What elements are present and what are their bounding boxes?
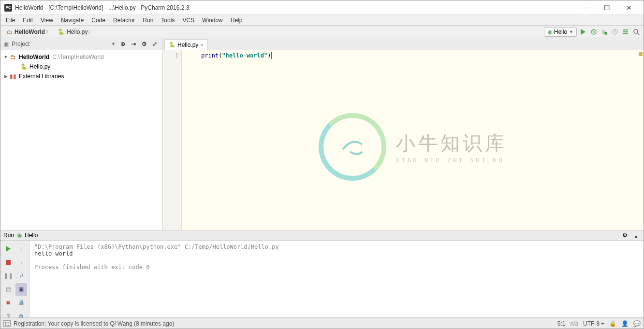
watermark-logo <box>319 113 386 181</box>
profile-button[interactable] <box>611 28 619 36</box>
python-icon: ◉ <box>17 232 22 239</box>
editor-pane: 🐍 Hello.py × 1 print("hello world") 小牛知识… <box>162 38 644 230</box>
run-config-label: Hello <box>554 29 567 35</box>
caret-position[interactable]: 5:1 <box>557 320 566 327</box>
output-text: hello world <box>34 250 73 257</box>
coverage-button[interactable] <box>600 28 609 36</box>
main-area: ▣ Project ▼ ⊕ ⇥ ⚙ ⤢ ▼ 🗀 HelloWorld C:\Te… <box>0 38 644 230</box>
chevron-down-icon[interactable]: ▼ <box>111 42 116 46</box>
hide-icon[interactable]: ⤢ <box>150 40 159 48</box>
tree-file-hello[interactable]: 🐍 Hello.py <box>0 62 162 72</box>
python-file-icon: 🐍 <box>58 29 65 35</box>
svg-point-3 <box>634 29 638 33</box>
search-icon[interactable] <box>632 28 641 36</box>
sidebar-title: Project <box>12 41 108 47</box>
tree-root-label: HelloWorld <box>19 54 49 60</box>
sidebar-header: ▣ Project ▼ ⊕ ⇥ ⚙ ⤢ <box>0 38 162 50</box>
line-gutter: 1 <box>162 50 182 230</box>
close-panel-icon[interactable]: ✖ <box>2 297 15 309</box>
run-panel: ↑ ↓ ❚❚ ⤶ ▤ ▣ ✖ 🖶 ? 🗑 "D:\Program Files (… <box>0 241 644 318</box>
step-list-icon[interactable] <box>621 28 630 36</box>
window-title: HelloWorld - [C:\Temp\HelloWorld] - ...\… <box>15 4 574 11</box>
wrap-icon[interactable]: ⤶ <box>15 270 28 282</box>
run-config-selector[interactable]: ◉ Hello ▼ <box>544 27 577 37</box>
code-area[interactable]: print("hello world") 小牛知识库 XIAO NIU ZHI … <box>182 50 644 230</box>
download-icon[interactable]: ⭳ <box>632 231 641 240</box>
menu-refactor[interactable]: Refactor <box>110 16 138 25</box>
code-editor[interactable]: 1 print("hello world") 小牛知识库 XIAO NIU ZH… <box>162 50 644 230</box>
titlebar: PC HelloWorld - [C:\Temp\HelloWorld] - .… <box>0 0 644 15</box>
menubar: File Edit View Navigate Code Refactor Ru… <box>0 15 644 26</box>
layout-icon[interactable]: ▤ <box>2 283 15 296</box>
code-string: "hello world" <box>222 52 267 59</box>
run-output[interactable]: "D:\Program Files (x86)\Python\python.ex… <box>29 241 644 317</box>
menu-code[interactable]: Code <box>88 16 109 25</box>
status-message: Registration: Your copy is licensed to Q… <box>14 320 174 327</box>
code-function: print <box>201 52 219 59</box>
minimize-button[interactable]: ─ <box>574 1 596 14</box>
folder-icon: 🗀 <box>7 29 13 35</box>
crumb-project[interactable]: 🗀 HelloWorld <box>3 27 53 37</box>
run-panel-name: Hello <box>25 232 38 239</box>
gear-icon[interactable]: ⚙ <box>140 40 148 48</box>
folder-icon: 🗀 <box>9 54 17 60</box>
expand-toggle-icon[interactable]: ▼ <box>2 55 9 59</box>
pause-icon[interactable]: ❚❚ <box>2 270 15 282</box>
up-icon[interactable]: ↑ <box>15 243 28 255</box>
collapse-icon[interactable]: ⇥ <box>129 40 138 48</box>
menu-edit[interactable]: Edit <box>19 16 36 25</box>
status-icon[interactable]: ▢ <box>3 320 11 327</box>
chevron-down-icon: ▼ <box>569 29 573 34</box>
menu-run[interactable]: Run <box>139 16 157 25</box>
encoding-selector[interactable]: UTF-8 ÷ <box>583 320 604 327</box>
project-view-icon: ▣ <box>3 41 9 47</box>
python-file-icon: 🐍 <box>169 42 176 48</box>
tab-hello[interactable]: 🐍 Hello.py × <box>164 39 208 50</box>
statusbar: ▢ Registration: Your copy is licensed to… <box>0 318 644 329</box>
locate-icon[interactable]: ⊕ <box>118 40 127 48</box>
editor-tabbar: 🐍 Hello.py × <box>162 38 644 50</box>
menu-tools[interactable]: Tools <box>158 16 178 25</box>
run-button[interactable] <box>579 28 587 36</box>
python-file-icon: 🐍 <box>20 63 28 70</box>
gear-icon[interactable]: ⚙ <box>620 231 629 240</box>
menu-navigate[interactable]: Navigate <box>58 16 87 25</box>
tree-root[interactable]: ▼ 🗀 HelloWorld C:\Temp\HelloWorld <box>0 52 162 62</box>
lock-icon[interactable]: 🔒 <box>609 320 616 327</box>
debug-button[interactable] <box>589 28 598 36</box>
tree-file-label: Hello.py <box>29 63 50 70</box>
expand-toggle-icon[interactable]: ▶ <box>2 74 9 79</box>
crumb-file-label: Hello.py <box>67 29 88 35</box>
watermark: 小牛知识库 XIAO NIU ZHI SHI KU <box>319 113 507 181</box>
crumb-file[interactable]: 🐍 Hello.py <box>54 27 96 37</box>
maximize-button[interactable]: ☐ <box>596 1 618 14</box>
watermark-en: XIAO NIU ZHI SHI KU <box>396 157 507 164</box>
run-toolbar: ↑ ↓ ❚❚ ⤶ ▤ ▣ ✖ 🖶 ? 🗑 <box>0 241 29 317</box>
output-cmd: "D:\Program Files (x86)\Python\python.ex… <box>34 243 279 250</box>
breadcrumb: 🗀 HelloWorld 🐍 Hello.py <box>3 27 96 37</box>
project-sidebar: ▣ Project ▼ ⊕ ⇥ ⚙ ⤢ ▼ 🗀 HelloWorld C:\Te… <box>0 38 162 230</box>
menu-file[interactable]: File <box>2 16 18 25</box>
libraries-icon: ▮▮ <box>9 73 17 80</box>
close-button[interactable]: ✕ <box>618 1 640 14</box>
watermark-cn: 小牛知识库 <box>396 130 507 157</box>
scroll-icon[interactable]: ▣ <box>15 283 28 296</box>
problem-marker[interactable] <box>639 52 643 56</box>
close-icon[interactable]: × <box>200 42 203 48</box>
print-icon[interactable]: 🖶 <box>15 297 28 309</box>
line-number: 1 <box>162 52 178 59</box>
insert-mode[interactable]: n/a <box>570 320 578 327</box>
svg-rect-4 <box>6 260 11 265</box>
down-icon[interactable]: ↓ <box>15 256 28 269</box>
stop-button[interactable] <box>2 256 15 269</box>
menu-window[interactable]: Window <box>199 16 226 25</box>
notifications-icon[interactable]: 💬 <box>633 320 641 327</box>
svg-point-1 <box>604 32 607 35</box>
tab-label: Hello.py <box>177 42 198 48</box>
tree-external-libraries[interactable]: ▶ ▮▮ External Libraries <box>0 72 162 81</box>
inspection-icon[interactable]: 👤 <box>621 320 629 327</box>
rerun-button[interactable] <box>2 243 15 255</box>
menu-help[interactable]: Help <box>227 16 246 25</box>
menu-view[interactable]: View <box>37 16 57 25</box>
menu-vcs[interactable]: VCS <box>179 16 198 25</box>
